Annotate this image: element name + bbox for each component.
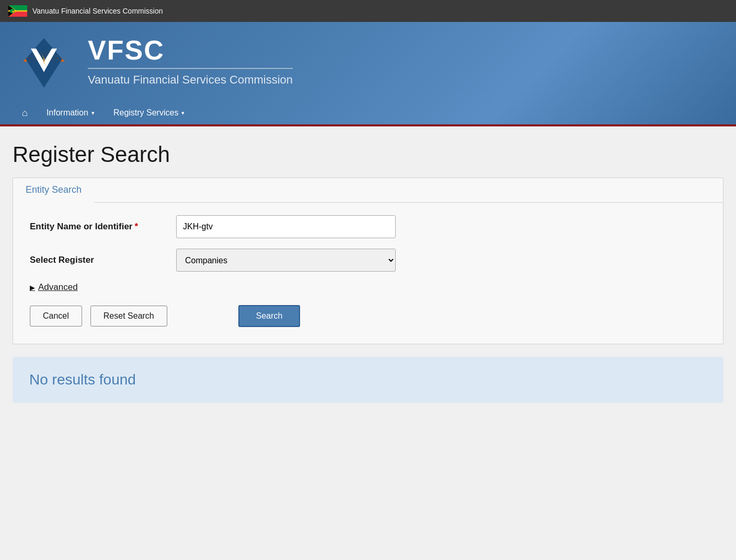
advanced-label: Advanced bbox=[38, 282, 78, 293]
select-register-label: Select Register bbox=[30, 255, 176, 265]
search-button[interactable]: Search bbox=[238, 305, 301, 327]
main-content: Register Search Entity Search Entity Nam… bbox=[0, 126, 736, 418]
advanced-arrow-icon: ▶ bbox=[30, 284, 35, 291]
required-marker: * bbox=[134, 221, 138, 231]
cancel-button[interactable]: Cancel bbox=[30, 306, 82, 326]
logo bbox=[13, 30, 75, 93]
page-title: Register Search bbox=[13, 142, 723, 167]
nav-bar: ⌂ Information ▾ Registry Services ▾ bbox=[13, 101, 723, 124]
tab-panel: Entity Search Entity Name or Identifier*… bbox=[13, 178, 723, 344]
no-results-panel: No results found bbox=[13, 357, 723, 403]
nav-home-button[interactable]: ⌂ bbox=[13, 102, 37, 124]
form-body: Entity Name or Identifier* Select Regist… bbox=[13, 203, 723, 344]
reset-search-button[interactable]: Reset Search bbox=[90, 306, 167, 326]
nav-registry-services-label: Registry Services bbox=[113, 108, 178, 118]
nav-information[interactable]: Information ▾ bbox=[37, 103, 104, 123]
site-header: VFSC Vanuatu Financial Services Commissi… bbox=[0, 22, 736, 126]
vfsc-title: VFSC bbox=[88, 37, 293, 64]
registry-services-chevron-icon: ▾ bbox=[181, 110, 185, 116]
nav-registry-services[interactable]: Registry Services ▾ bbox=[104, 103, 194, 123]
top-bar: ✦ Vanuatu Financial Services Commission bbox=[0, 0, 736, 22]
nav-information-label: Information bbox=[47, 108, 88, 118]
tab-header: Entity Search bbox=[13, 178, 723, 203]
no-results-text: No results found bbox=[29, 371, 707, 388]
select-register-row: Select Register Companies Partnerships T… bbox=[30, 249, 706, 272]
home-icon: ⌂ bbox=[22, 108, 28, 119]
button-row: Cancel Reset Search Search bbox=[30, 305, 706, 327]
tab-entity-search[interactable]: Entity Search bbox=[13, 178, 94, 203]
advanced-toggle[interactable]: ▶ Advanced bbox=[30, 282, 706, 293]
header-text: VFSC Vanuatu Financial Services Commissi… bbox=[88, 37, 293, 87]
information-chevron-icon: ▾ bbox=[91, 110, 95, 116]
top-bar-title: Vanuatu Financial Services Commission bbox=[32, 7, 163, 15]
flag-icon: ✦ bbox=[8, 5, 27, 17]
entity-name-row: Entity Name or Identifier* bbox=[30, 215, 706, 238]
select-register-dropdown[interactable]: Companies Partnerships Trusts Associatio… bbox=[176, 249, 396, 272]
entity-name-input[interactable] bbox=[176, 215, 396, 238]
entity-name-label: Entity Name or Identifier* bbox=[30, 221, 176, 232]
svg-text:✦: ✦ bbox=[12, 10, 15, 14]
vfsc-subtitle: Vanuatu Financial Services Commission bbox=[88, 73, 293, 87]
